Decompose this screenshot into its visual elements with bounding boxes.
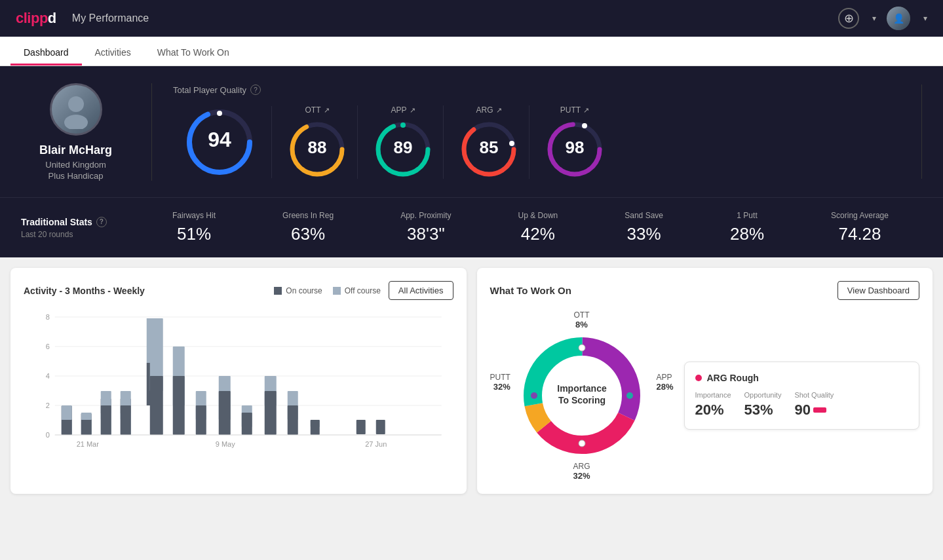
- svg-rect-54: [196, 405, 206, 435]
- stats-label-title: Traditional Stats ?: [21, 217, 139, 227]
- gauge-ott-svg: 88: [288, 120, 347, 179]
- total-quality-label: Total Player Quality ?: [173, 84, 900, 95]
- chart-area: 8 6 4 2 0: [24, 310, 453, 455]
- stat-1-putt: 1 Putt 28%: [730, 211, 764, 244]
- gauge-putt: PUTT ↗ 98: [535, 105, 615, 179]
- svg-text:21 Mar: 21 Mar: [77, 440, 100, 448]
- hero-section: Blair McHarg United Kingdom Plus Handica…: [0, 66, 943, 197]
- svg-point-79: [531, 392, 537, 399]
- svg-rect-43: [81, 413, 92, 420]
- svg-rect-52: [173, 376, 185, 435]
- stats-label: Traditional Stats ? Last 20 rounds: [21, 217, 139, 239]
- shot-quality-bar: [813, 407, 826, 413]
- svg-rect-62: [288, 405, 298, 435]
- svg-text:0: 0: [46, 431, 50, 439]
- gauge-arg-label: ARG ↗: [476, 105, 501, 115]
- add-button[interactable]: ⊕: [838, 8, 859, 29]
- svg-rect-48: [121, 405, 131, 435]
- activity-controls: On course Off course All Activities: [274, 281, 453, 300]
- svg-rect-41: [62, 405, 72, 420]
- player-info: Blair McHarg United Kingdom Plus Handica…: [21, 83, 152, 181]
- svg-rect-46: [101, 405, 111, 435]
- stat-greens-in-reg: Greens In Reg 63%: [282, 211, 334, 244]
- view-dashboard-button[interactable]: View Dashboard: [837, 281, 919, 300]
- segment-label-putt: PUTT 32%: [490, 373, 510, 392]
- gauge-total: 94: [173, 106, 272, 178]
- svg-text:To Scoring: To Scoring: [558, 395, 605, 405]
- total-quality-info-icon[interactable]: ?: [250, 84, 261, 95]
- svg-rect-60: [265, 391, 277, 435]
- avatar-image: 👤: [887, 7, 910, 30]
- svg-rect-42: [62, 420, 72, 435]
- svg-rect-58: [242, 413, 252, 435]
- user-avatar-button[interactable]: 👤: [887, 7, 910, 30]
- info-card: ARG Rough Importance 20% Opportunity 53%…: [684, 362, 920, 430]
- svg-text:8: 8: [46, 313, 50, 321]
- all-activities-button[interactable]: All Activities: [389, 281, 453, 300]
- activity-chart-panel: Activity - 3 Months - Weekly On course O…: [10, 268, 467, 494]
- donut-wrapper: Importance To Scoring OTT 8% APP 28% ARG…: [490, 310, 674, 481]
- tab-bar: Dashboard Activities What To Work On: [0, 37, 943, 66]
- gauge-putt-svg: 98: [545, 120, 604, 179]
- traditional-stats-section: Traditional Stats ? Last 20 rounds Fairw…: [0, 197, 943, 257]
- svg-rect-50: [150, 376, 163, 435]
- svg-point-76: [579, 345, 585, 351]
- nav-title: My Performance: [72, 12, 149, 24]
- svg-point-1: [64, 115, 88, 129]
- svg-point-11: [400, 122, 406, 128]
- ott-trend-icon: ↗: [324, 106, 330, 115]
- gauge-arg: ARG ↗ 85: [449, 105, 529, 179]
- activity-header: Activity - 3 Months - Weekly On course O…: [24, 281, 453, 300]
- svg-rect-44: [81, 420, 92, 435]
- putt-trend-icon: ↗: [583, 106, 589, 115]
- logo-text: clippd: [16, 10, 56, 27]
- wtwo-content: Importance To Scoring OTT 8% APP 28% ARG…: [490, 310, 920, 481]
- player-handicap: Plus Handicap: [48, 171, 104, 181]
- svg-point-19: [582, 123, 587, 128]
- svg-rect-64: [311, 420, 320, 435]
- nav-right: ⊕ ▾ 👤 ▾: [838, 7, 927, 30]
- player-name: Blair McHarg: [39, 143, 112, 157]
- gauge-ott-label: OTT ↗: [305, 105, 330, 115]
- top-nav: clippd My Performance ⊕ ▾ 👤 ▾: [0, 0, 943, 37]
- logo[interactable]: clippd: [16, 10, 56, 27]
- svg-text:27 Jun: 27 Jun: [365, 440, 387, 448]
- stat-sand-save: Sand Save 33%: [625, 211, 663, 244]
- segment-label-ott: OTT 8%: [574, 310, 590, 329]
- activity-title: Activity - 3 Months - Weekly: [24, 286, 145, 296]
- tab-activities[interactable]: Activities: [82, 37, 144, 65]
- legend-on-course-dot: [274, 287, 282, 295]
- gauge-arg-svg: 85: [459, 120, 518, 179]
- arg-trend-icon: ↗: [496, 106, 502, 115]
- stat-fairways-hit: Fairways Hit 51%: [172, 211, 216, 244]
- player-country: United Kingdom: [45, 160, 106, 170]
- player-avatar: [50, 83, 102, 136]
- what-to-work-on-panel: What To Work On View Dashboard: [477, 268, 933, 494]
- gauge-total-svg: 94: [183, 106, 256, 178]
- gauges-section: Total Player Quality ? 94 OTT ↗: [152, 84, 922, 179]
- chart-legend: On course Off course: [274, 286, 381, 295]
- gauge-putt-label: PUTT ↗: [560, 105, 589, 115]
- gauge-app-svg: 89: [374, 120, 433, 179]
- svg-rect-65: [356, 420, 366, 434]
- user-chevron: ▾: [923, 14, 927, 23]
- stats-grid: Fairways Hit 51% Greens In Reg 63% App. …: [139, 211, 922, 244]
- svg-point-78: [579, 440, 585, 447]
- activity-chart-svg: 8 6 4 2 0: [24, 310, 453, 455]
- metric-opportunity: Opportunity 53%: [744, 391, 782, 419]
- svg-text:4: 4: [46, 372, 50, 380]
- tab-what-to-work-on[interactable]: What To Work On: [144, 37, 242, 65]
- stats-label-sub: Last 20 rounds: [21, 230, 139, 239]
- wtwo-title: What To Work On: [490, 285, 571, 296]
- wtwo-header: What To Work On View Dashboard: [490, 281, 920, 300]
- svg-text:2: 2: [46, 401, 50, 409]
- gauges-row: 94 OTT ↗ 88 APP ↗: [173, 105, 900, 179]
- tab-dashboard[interactable]: Dashboard: [10, 37, 82, 65]
- svg-rect-66: [376, 420, 385, 434]
- info-metrics: Importance 20% Opportunity 53% Shot Qual…: [695, 391, 909, 419]
- bottom-section: Activity - 3 Months - Weekly On course O…: [0, 257, 943, 504]
- svg-text:89: 89: [394, 138, 413, 157]
- info-card-dot: [695, 375, 702, 381]
- gauge-app-label: APP ↗: [391, 105, 415, 115]
- stats-info-icon[interactable]: ?: [96, 217, 107, 227]
